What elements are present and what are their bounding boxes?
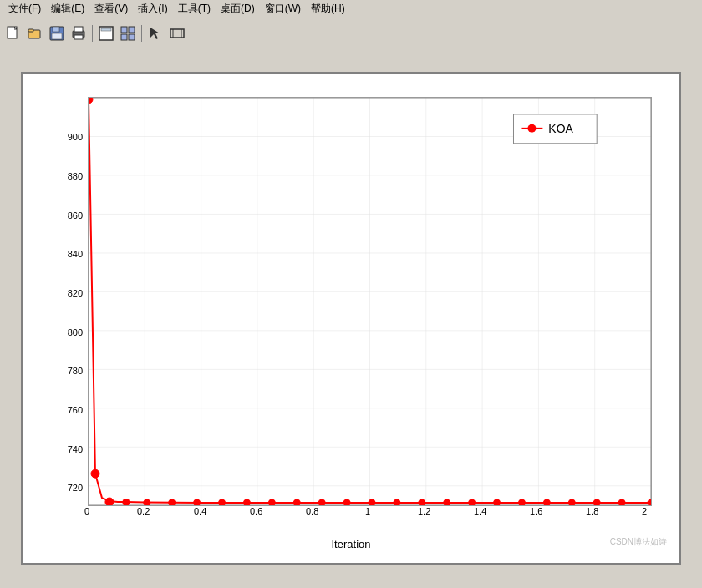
watermark: CSDN博法如诗 <box>610 536 667 548</box>
svg-point-44 <box>105 498 114 505</box>
save-button[interactable] <box>47 23 67 43</box>
figure-window-button[interactable] <box>96 23 116 43</box>
svg-rect-14 <box>129 34 135 40</box>
svg-rect-10 <box>101 28 111 31</box>
x-tick-0_2: 0.2 <box>137 506 150 516</box>
new-file-button[interactable] <box>3 23 23 43</box>
svg-rect-4 <box>53 27 59 32</box>
x-tick-1: 1 <box>365 506 370 516</box>
y-tick-800: 800 <box>68 327 83 337</box>
menu-file[interactable]: 文件(F) <box>3 0 46 18</box>
svg-rect-11 <box>121 27 127 33</box>
x-tick-1_4: 1.4 <box>474 506 486 516</box>
y-tick-780: 780 <box>68 366 83 376</box>
open-file-button[interactable] <box>25 23 45 43</box>
y-tick-720: 720 <box>68 483 83 493</box>
y-tick-740: 740 <box>68 444 83 454</box>
x-tick-1_8: 1.8 <box>586 506 598 516</box>
y-tick-880: 880 <box>68 171 83 181</box>
chart-svg-area: KOA <box>88 97 652 506</box>
print-button[interactable] <box>69 23 89 43</box>
menu-insert[interactable]: 插入(I) <box>133 0 172 18</box>
y-tick-820: 820 <box>68 288 83 298</box>
svg-rect-12 <box>129 27 135 33</box>
y-axis-ticks: 900 880 860 840 820 800 780 760 740 720 <box>33 97 86 506</box>
x-tick-0_4: 0.4 <box>194 506 206 516</box>
y-tick-900: 900 <box>68 132 83 142</box>
x-tick-1_6: 1.6 <box>530 506 542 516</box>
menu-view[interactable]: 查看(V) <box>89 0 133 18</box>
svg-rect-5 <box>52 33 62 39</box>
x-axis-ticks: 0 0.2 0.4 0.6 0.8 1 1.2 1.4 1.6 1.8 2 <box>88 506 652 531</box>
menu-help[interactable]: 帮助(H) <box>306 0 350 18</box>
svg-rect-8 <box>74 35 83 39</box>
svg-rect-13 <box>121 34 127 40</box>
grid-button[interactable] <box>118 23 138 43</box>
x-tick-0: 0 <box>84 506 89 516</box>
menu-edit[interactable]: 编辑(E) <box>46 0 89 18</box>
svg-rect-16 <box>170 29 184 38</box>
svg-rect-7 <box>74 27 83 32</box>
x-tick-0_6: 0.6 <box>250 506 262 516</box>
x-tick-2: 2 <box>642 506 647 516</box>
menu-window[interactable]: 窗口(W) <box>260 0 306 18</box>
zoom-button[interactable] <box>167 23 187 43</box>
x-axis-label: Iteration <box>332 538 371 550</box>
svg-text:KOA: KOA <box>548 122 573 135</box>
y-tick-860: 860 <box>68 210 83 220</box>
cursor-button[interactable] <box>145 23 165 43</box>
svg-marker-15 <box>150 28 160 39</box>
x-tick-1_2: 1.2 <box>418 506 430 516</box>
menu-desktop[interactable]: 桌面(D) <box>216 0 260 18</box>
svg-point-69 <box>527 124 536 133</box>
svg-rect-2 <box>28 29 33 32</box>
x-tick-0_8: 0.8 <box>306 506 318 516</box>
menu-tools[interactable]: 工具(T) <box>173 0 216 18</box>
y-tick-760: 760 <box>68 405 83 415</box>
figure-container: Best Fitness obtained so-far <box>21 72 681 565</box>
menubar: 文件(F) 编辑(E) 查看(V) 插入(I) 工具(T) 桌面(D) 窗口(W… <box>0 0 702 18</box>
svg-point-43 <box>91 469 99 478</box>
toolbar <box>0 18 702 48</box>
chart-wrapper: Best Fitness obtained so-far <box>33 84 669 552</box>
main-content: Best Fitness obtained so-far <box>0 48 702 588</box>
y-tick-840: 840 <box>68 249 83 259</box>
